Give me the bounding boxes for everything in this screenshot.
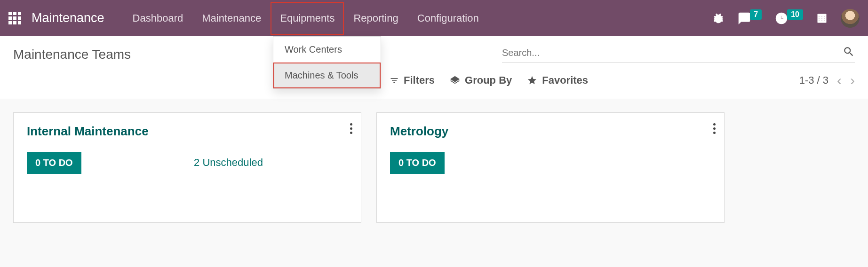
pager-next-icon[interactable]: › — [850, 72, 855, 88]
equipments-dropdown: Work Centers Machines & Tools — [273, 36, 381, 89]
avatar[interactable] — [841, 9, 860, 28]
star-icon — [527, 75, 537, 86]
search-input[interactable] — [502, 47, 843, 58]
search-icon[interactable] — [843, 46, 855, 60]
todo-button[interactable]: 0 TO DO — [27, 152, 81, 174]
funnel-icon — [390, 76, 399, 85]
favorites-button[interactable]: Favorites — [527, 74, 588, 86]
card-title[interactable]: Metrology — [390, 124, 711, 139]
team-card-metrology: Metrology 0 TO DO — [376, 112, 725, 223]
search-area — [502, 46, 855, 63]
groupby-button[interactable]: Group By — [450, 74, 512, 86]
groupby-label: Group By — [465, 74, 512, 86]
pager: 1-3 / 3 ‹ › — [799, 72, 855, 88]
pager-text: 1-3 / 3 — [799, 74, 828, 86]
company-icon[interactable] — [816, 13, 828, 24]
cards-area: Internal Maintenance 0 TO DO 2 Unschedul… — [0, 99, 868, 236]
nav-maintenance[interactable]: Maintenance — [192, 2, 271, 35]
filter-buttons: Filters Group By Favorites — [390, 74, 588, 86]
topbar-right: 7 10 — [712, 9, 860, 28]
favorites-label: Favorites — [542, 74, 588, 86]
nav-dashboard[interactable]: Dashboard — [123, 2, 193, 35]
topbar: Maintenance Dashboard Maintenance Equipm… — [0, 0, 868, 36]
nav-configuration[interactable]: Configuration — [408, 2, 488, 35]
page-title: Maintenance Teams — [13, 47, 131, 62]
team-card-internal-maintenance: Internal Maintenance 0 TO DO 2 Unschedul… — [13, 112, 361, 223]
todo-button[interactable]: 0 TO DO — [390, 152, 445, 174]
card-title[interactable]: Internal Maintenance — [27, 124, 348, 139]
apps-grid-icon[interactable] — [8, 12, 21, 24]
filters-label: Filters — [404, 74, 435, 86]
unscheduled-link[interactable]: 2 Unscheduled — [194, 157, 263, 169]
layers-icon — [450, 75, 460, 86]
card-menu-icon[interactable] — [713, 123, 716, 134]
dropdown-work-centers[interactable]: Work Centers — [273, 37, 381, 63]
filters-button[interactable]: Filters — [390, 74, 435, 86]
activities-badge: 10 — [787, 9, 803, 20]
pager-prev-icon[interactable]: ‹ — [837, 72, 842, 88]
subheader-row2: Filters Group By Favorites 1-3 / 3 ‹ › — [13, 63, 855, 99]
nav-menu: Dashboard Maintenance Equipments Reporti… — [123, 2, 488, 35]
messages-icon[interactable]: 7 — [738, 12, 762, 25]
card-menu-icon[interactable] — [350, 123, 352, 134]
debug-icon[interactable] — [712, 12, 725, 24]
subheader: Maintenance Teams Filters Group By Favor… — [0, 36, 868, 99]
nav-equipments[interactable]: Equipments — [271, 2, 344, 35]
dropdown-machines-tools[interactable]: Machines & Tools — [273, 63, 381, 88]
messages-badge: 7 — [750, 9, 762, 20]
activities-icon[interactable]: 10 — [775, 12, 803, 25]
app-title[interactable]: Maintenance — [32, 11, 104, 25]
nav-reporting[interactable]: Reporting — [344, 2, 407, 35]
subheader-row1: Maintenance Teams — [13, 36, 855, 63]
